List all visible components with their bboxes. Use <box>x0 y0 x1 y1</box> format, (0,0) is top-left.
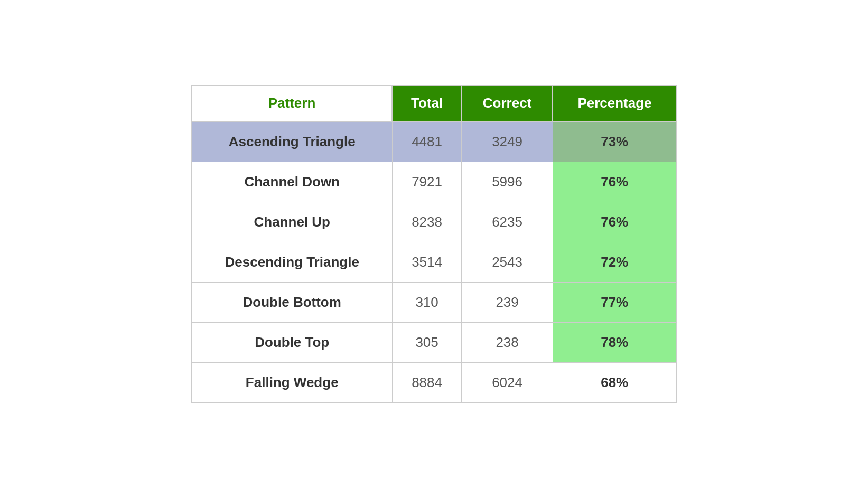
correct-cell: 3249 <box>462 121 553 162</box>
table-row: Double Top30523878% <box>192 323 677 363</box>
total-cell: 310 <box>392 283 461 323</box>
percentage-cell: 72% <box>553 242 676 283</box>
percentage-cell: 77% <box>553 283 676 323</box>
total-cell: 3514 <box>392 242 461 283</box>
total-cell: 8238 <box>392 202 461 242</box>
pattern-cell: Channel Up <box>192 202 393 242</box>
pattern-cell: Ascending Triangle <box>192 121 393 162</box>
total-cell: 8884 <box>392 363 461 403</box>
pattern-cell: Double Bottom <box>192 283 393 323</box>
main-container: Pattern Total Correct Percentage Ascendi… <box>191 85 677 403</box>
correct-header: Correct <box>462 85 553 121</box>
table-row: Descending Triangle3514254372% <box>192 242 677 283</box>
percentage-cell: 78% <box>553 323 676 363</box>
percentage-cell: 73% <box>553 121 676 162</box>
header-row: Pattern Total Correct Percentage <box>192 85 677 121</box>
correct-cell: 2543 <box>462 242 553 283</box>
pattern-header: Pattern <box>192 85 393 121</box>
total-cell: 305 <box>392 323 461 363</box>
total-cell: 7921 <box>392 162 461 202</box>
correct-cell: 6235 <box>462 202 553 242</box>
percentage-header: Percentage <box>553 85 676 121</box>
pattern-cell: Descending Triangle <box>192 242 393 283</box>
percentage-cell: 76% <box>553 202 676 242</box>
table-row: Double Bottom31023977% <box>192 283 677 323</box>
pattern-cell: Channel Down <box>192 162 393 202</box>
data-table: Pattern Total Correct Percentage Ascendi… <box>191 85 677 403</box>
correct-cell: 5996 <box>462 162 553 202</box>
table-row: Channel Down7921599676% <box>192 162 677 202</box>
pattern-cell: Falling Wedge <box>192 363 393 403</box>
table-row: Falling Wedge8884602468% <box>192 363 677 403</box>
correct-cell: 6024 <box>462 363 553 403</box>
table-row: Ascending Triangle4481324973% <box>192 121 677 162</box>
table-row: Channel Up8238623576% <box>192 202 677 242</box>
total-cell: 4481 <box>392 121 461 162</box>
pattern-cell: Double Top <box>192 323 393 363</box>
correct-cell: 238 <box>462 323 553 363</box>
percentage-cell: 76% <box>553 162 676 202</box>
correct-cell: 239 <box>462 283 553 323</box>
total-header: Total <box>392 85 461 121</box>
percentage-cell: 68% <box>553 363 676 403</box>
